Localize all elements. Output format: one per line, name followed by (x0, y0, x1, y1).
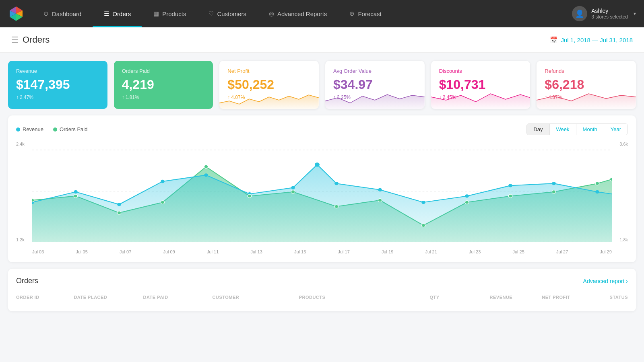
stat-orders-paid-change: 1.81% (122, 95, 205, 100)
date-range[interactable]: 📅 Jul 1, 2018 — Jul 31, 2018 (550, 36, 633, 44)
chart-x-labels: Jul 03 Jul 05 Jul 07 Jul 09 Jul 11 Jul 1… (32, 249, 612, 254)
col-revenue: REVENUE (455, 295, 512, 300)
products-icon: ▦ (153, 10, 159, 17)
chart-y-left: 2.4k 1.2k (16, 142, 32, 242)
period-day[interactable]: Day (527, 124, 549, 135)
svg-point-11 (117, 203, 121, 206)
stats-row: Revenue $147,395 2.47% Orders Paid 4,219… (0, 53, 644, 115)
nav-customers[interactable]: ♡ Customers (197, 0, 258, 27)
date-range-text: Jul 1, 2018 — Jul 31, 2018 (561, 37, 633, 43)
stat-refunds-title: Refunds (545, 68, 628, 74)
advanced-report-link[interactable]: Advanced report › (583, 278, 628, 284)
chart-section: Revenue Orders Paid Day Week Month Year … (8, 115, 636, 262)
col-net-profit: NET PROFIT (512, 295, 570, 300)
legend-revenue-dot (16, 128, 20, 132)
svg-point-18 (378, 188, 382, 191)
svg-point-21 (508, 184, 512, 187)
stat-revenue-change: 2.47% (16, 95, 99, 100)
svg-point-30 (291, 190, 295, 193)
orders-section-title: Orders (16, 277, 38, 285)
svg-point-15 (291, 186, 295, 189)
svg-point-17 (334, 182, 339, 185)
forecast-icon: ⊕ (349, 10, 355, 17)
chevron-down-icon: ▾ (634, 11, 636, 16)
user-menu[interactable]: 👤 Ashley 3 stores selected ▾ (564, 0, 644, 27)
orders-header: Orders Advanced report › (16, 277, 628, 285)
orders-title-icon: ☰ (11, 35, 19, 45)
stat-revenue: Revenue $147,395 2.47% (8, 61, 107, 109)
svg-point-34 (465, 201, 469, 204)
col-order-id: ORDER ID (16, 295, 74, 300)
nav-items: ⊙ Dashboard ☰ Orders ▦ Products ♡ Custom… (32, 0, 564, 27)
orders-section: Orders Advanced report › ORDER ID DATE P… (8, 269, 636, 311)
stat-discounts-title: Discounts (439, 68, 522, 74)
avatar: 👤 (572, 6, 587, 21)
svg-point-25 (74, 194, 78, 197)
svg-point-35 (508, 194, 512, 197)
period-month[interactable]: Month (576, 124, 604, 135)
chart-canvas (32, 142, 612, 242)
main-chart: 2.4k 1.2k 3.6k 1.8k (16, 142, 628, 254)
chart-header: Revenue Orders Paid Day Week Month Year (16, 123, 628, 135)
nav-products[interactable]: ▦ Products (142, 0, 197, 27)
chart-legend: Revenue Orders Paid (16, 126, 87, 132)
chevron-right-icon: › (626, 278, 628, 284)
col-status: STATUS (570, 295, 628, 300)
page-title: Orders (23, 35, 50, 45)
nav-forecast[interactable]: ⊕ Forecast (338, 0, 392, 27)
user-name: Ashley (591, 8, 628, 14)
table-header: ORDER ID DATE PLACED DATE PAID CUSTOMER … (16, 292, 628, 303)
orders-icon: ☰ (104, 10, 109, 17)
navbar: ⊙ Dashboard ☰ Orders ▦ Products ♡ Custom… (0, 0, 644, 27)
svg-point-31 (334, 205, 339, 208)
page-header: ☰ Orders 📅 Jul 1, 2018 — Jul 31, 2018 (0, 27, 644, 53)
page-title-area: ☰ Orders (11, 35, 50, 45)
nav-dashboard[interactable]: ⊙ Dashboard (32, 0, 93, 27)
svg-point-22 (552, 182, 556, 185)
col-customer: CUSTOMER (213, 295, 299, 300)
svg-point-10 (74, 190, 78, 193)
stat-refunds: Refunds $6,218 4.37% (537, 61, 636, 109)
avg-order-chart (325, 89, 425, 109)
period-week[interactable]: Week (550, 124, 576, 135)
col-qty: QTY (414, 295, 454, 300)
dashboard-icon: ⊙ (43, 10, 49, 17)
stat-discounts: Discounts $10,731 2.45% (431, 61, 530, 109)
svg-point-13 (204, 173, 208, 177)
net-profit-chart (219, 89, 319, 109)
stat-orders-paid-value: 4,219 (122, 77, 205, 92)
svg-point-19 (421, 201, 425, 204)
nav-orders[interactable]: ☰ Orders (93, 0, 142, 27)
svg-point-26 (117, 211, 121, 214)
stat-revenue-title: Revenue (16, 68, 99, 74)
app-logo (0, 0, 32, 27)
svg-point-27 (161, 201, 165, 204)
stat-orders-paid-title: Orders Paid (122, 68, 205, 74)
stat-avg-order-title: Avg Order Value (333, 68, 417, 74)
svg-point-23 (595, 190, 599, 193)
user-subtitle: 3 stores selected (591, 14, 628, 20)
svg-point-28 (204, 165, 208, 168)
legend-orders-paid-dot (53, 128, 57, 132)
stat-avg-order: Avg Order Value $34.97 3.25% (325, 61, 425, 109)
chart-y-right: 3.6k 1.8k (612, 142, 628, 242)
stat-revenue-value: $147,395 (16, 77, 99, 92)
customers-icon: ♡ (208, 10, 214, 17)
reports-icon: ◎ (269, 10, 274, 17)
svg-point-29 (248, 194, 252, 197)
period-year[interactable]: Year (604, 124, 627, 135)
calendar-icon: 📅 (550, 36, 558, 44)
stat-net-profit-title: Net Profit (227, 68, 311, 74)
col-date-paid: DATE PAID (143, 295, 212, 300)
nav-advanced-reports[interactable]: ◎ Advanced Reports (258, 0, 338, 27)
svg-point-24 (32, 199, 34, 202)
svg-point-16 (315, 162, 320, 167)
stat-net-profit: Net Profit $50,252 4.07% (219, 61, 319, 109)
svg-point-12 (161, 180, 165, 183)
chart-period-buttons: Day Week Month Year (526, 123, 628, 135)
legend-revenue: Revenue (16, 126, 43, 132)
stat-orders-paid: Orders Paid 4,219 1.81% (114, 61, 213, 109)
col-date-placed: DATE PLACED (74, 295, 143, 300)
svg-point-38 (610, 178, 612, 181)
col-products: PRODUCTS (299, 295, 415, 300)
